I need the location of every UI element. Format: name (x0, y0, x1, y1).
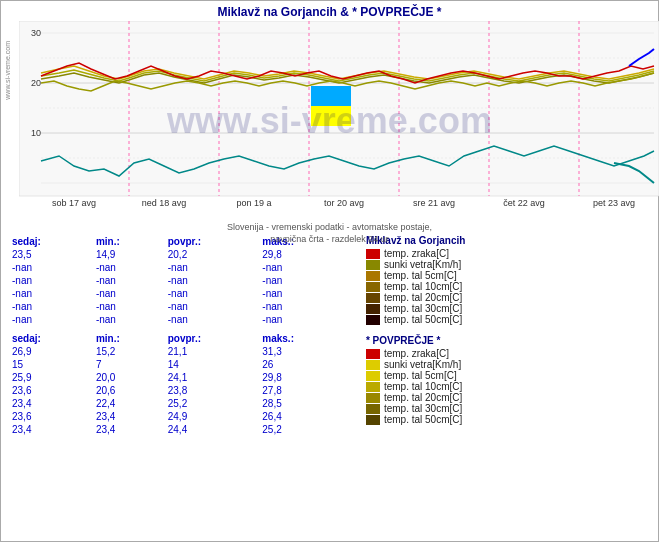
footer-line3: navpična črta - razdelek 24 ur (270, 234, 389, 244)
legend2-item-1: sunki vetra[Km/h] (366, 359, 650, 370)
legend2-label-4: temp. tal 20cm[C] (384, 392, 462, 403)
svg-text:10: 10 (31, 128, 41, 138)
table-row: 26,9 15,2 21,1 31,3 (9, 345, 350, 358)
t2-h3: povpr.: (165, 332, 260, 345)
t1-r3c2: -nan (93, 274, 165, 287)
t1-r1c3: 20,2 (165, 248, 260, 261)
legend2-label-5: temp. tal 30cm[C] (384, 403, 462, 414)
legend2-swatch-0 (366, 349, 380, 359)
t1-r2c3: -nan (165, 261, 260, 274)
legend2-container: * POVPREČJE * temp. zraka[C] sunki vetra… (366, 335, 650, 425)
legend1-item-3: temp. tal 10cm[C] (366, 281, 650, 292)
main-container: Miklavž na Gorjancih & * POVPREČJE * www… (0, 0, 659, 542)
legend2-swatch-4 (366, 393, 380, 403)
t2-h2: min.: (93, 332, 165, 345)
table1: sedaj: min.: povpr.: maks.: 23,5 14,9 20… (9, 235, 350, 326)
legend2-label-0: temp. zraka[C] (384, 348, 449, 359)
legend1-label-1: sunki vetra[Km/h] (384, 259, 461, 270)
table-row: 25,9 20,0 24,1 29,8 (9, 371, 350, 384)
t1-r3c3: -nan (165, 274, 260, 287)
legend1-label-0: temp. zraka[C] (384, 248, 449, 259)
svg-rect-18 (311, 86, 351, 106)
table-row: 23,6 20,6 23,8 27,8 (9, 384, 350, 397)
table-row: -nan -nan -nan -nan (9, 274, 350, 287)
legend2-item-5: temp. tal 30cm[C] (366, 403, 650, 414)
svg-text:20: 20 (31, 78, 41, 88)
legend1-item-5: temp. tal 30cm[C] (366, 303, 650, 314)
legend1-swatch-5 (366, 304, 380, 314)
svg-text:sre 21 avg: sre 21 avg (413, 198, 455, 208)
legend2-swatch-3 (366, 382, 380, 392)
legend1-swatch-1 (366, 260, 380, 270)
table-row: -nan -nan -nan -nan (9, 287, 350, 300)
legend1-label-2: temp. tal 5cm[C] (384, 270, 457, 281)
legend2-label-6: temp. tal 50cm[C] (384, 414, 462, 425)
legend2-item-2: temp. tal 5cm[C] (366, 370, 650, 381)
svg-text:čet 22 avg: čet 22 avg (503, 198, 545, 208)
legend2-label-2: temp. tal 5cm[C] (384, 370, 457, 381)
legends-container: Miklavž na Gorjancih temp. zraka[C] sunk… (358, 235, 650, 539)
t2-h1: sedaj: (9, 332, 93, 345)
svg-text:ned 18 avg: ned 18 avg (142, 198, 187, 208)
t2-h4: maks.: (259, 332, 350, 345)
legend2-swatch-5 (366, 404, 380, 414)
svg-text:pon 19 a: pon 19 a (236, 198, 271, 208)
chart-title: Miklavž na Gorjancih & * POVPREČJE * (1, 1, 658, 21)
legend1-item-6: temp. tal 50cm[C] (366, 314, 650, 325)
legend1-label-5: temp. tal 30cm[C] (384, 303, 462, 314)
t1-r1c1: 23,5 (9, 248, 93, 261)
logo-left: www.si-vreme.com (4, 41, 11, 100)
legend2-item-6: temp. tal 50cm[C] (366, 414, 650, 425)
svg-text:tor 20 avg: tor 20 avg (324, 198, 364, 208)
table-row: 15 7 14 26 (9, 358, 350, 371)
svg-text:30: 30 (31, 28, 41, 38)
legend2-title: * POVPREČJE * (366, 335, 650, 346)
t1-r3c1: -nan (9, 274, 93, 287)
legend2-swatch-2 (366, 371, 380, 381)
legend1-swatch-4 (366, 293, 380, 303)
chart-area: Miklavž na Gorjancih & * POVPREČJE * www… (1, 1, 658, 231)
legend1-swatch-3 (366, 282, 380, 292)
legend1-item-4: temp. tal 20cm[C] (366, 292, 650, 303)
legend2-item-0: temp. zraka[C] (366, 348, 650, 359)
data-section: sedaj: min.: povpr.: maks.: 23,5 14,9 20… (1, 231, 658, 541)
table-row: -nan -nan -nan -nan (9, 261, 350, 274)
legend1-container: Miklavž na Gorjancih temp. zraka[C] sunk… (366, 235, 650, 325)
table-row: 23,4 23,4 24,4 25,2 (9, 423, 350, 436)
legend1-swatch-6 (366, 315, 380, 325)
legend2-label-1: sunki vetra[Km/h] (384, 359, 461, 370)
chart-footer: Slovenija - vremenski podatki - avtomats… (1, 221, 658, 246)
tables-container: sedaj: min.: povpr.: maks.: 23,5 14,9 20… (9, 235, 350, 539)
legend2-swatch-1 (366, 360, 380, 370)
legend1-item-0: temp. zraka[C] (366, 248, 650, 259)
legend2-item-4: temp. tal 20cm[C] (366, 392, 650, 403)
t1-r2c4: -nan (259, 261, 350, 274)
legend1-item-2: temp. tal 5cm[C] (366, 270, 650, 281)
table-row: 23,5 14,9 20,2 29,8 (9, 248, 350, 261)
legend2-swatch-6 (366, 415, 380, 425)
table-row: -nan -nan -nan -nan (9, 300, 350, 313)
table-row: 23,4 22,4 25,2 28,5 (9, 397, 350, 410)
svg-text:sob 17 avg: sob 17 avg (52, 198, 96, 208)
table-row: 23,6 23,4 24,9 26,4 (9, 410, 350, 423)
chart-svg: 30 20 10 (19, 21, 659, 216)
table-row: -nan -nan -nan -nan (9, 313, 350, 326)
legend2-item-3: temp. tal 10cm[C] (366, 381, 650, 392)
table2: sedaj: min.: povpr.: maks.: 26,9 15,2 21… (9, 332, 350, 436)
t1-r2c1: -nan (9, 261, 93, 274)
t1-r1c2: 14,9 (93, 248, 165, 261)
t1-r1c4: 29,8 (259, 248, 350, 261)
legend1-label-4: temp. tal 20cm[C] (384, 292, 462, 303)
t1-r3c4: -nan (259, 274, 350, 287)
legend2-label-3: temp. tal 10cm[C] (384, 381, 462, 392)
legend1-label-3: temp. tal 10cm[C] (384, 281, 462, 292)
t1-r2c2: -nan (93, 261, 165, 274)
legend1-label-6: temp. tal 50cm[C] (384, 314, 462, 325)
legend1-swatch-2 (366, 271, 380, 281)
legend1-item-1: sunki vetra[Km/h] (366, 259, 650, 270)
svg-text:pet 23 avg: pet 23 avg (593, 198, 635, 208)
footer-line1: Slovenija - vremenski podatki - avtomats… (227, 222, 432, 232)
legend1-swatch-0 (366, 249, 380, 259)
chart-svg-container: www.si-vreme.com 30 20 10 (1, 21, 658, 221)
